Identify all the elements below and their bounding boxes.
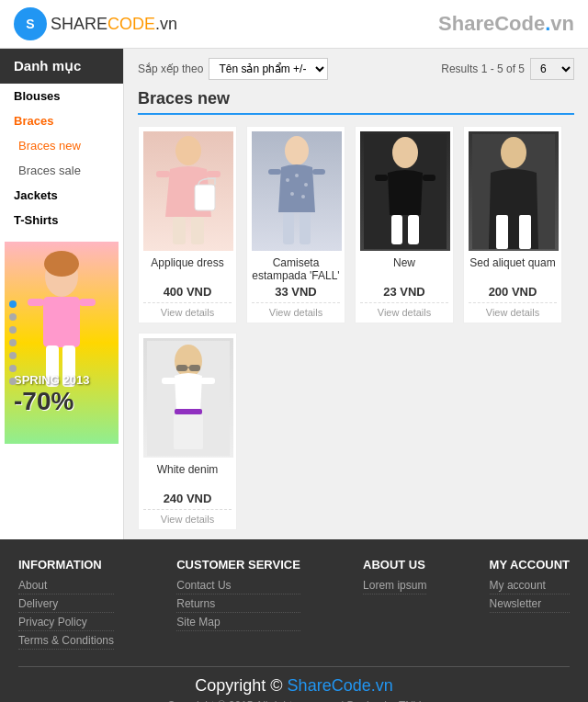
product-price: 33 VND [252, 285, 340, 299]
svg-rect-16 [283, 212, 294, 244]
svg-rect-25 [375, 175, 388, 181]
footer-col-title: INFORMATION [18, 558, 114, 572]
sort-label: Sắp xếp theo [138, 62, 203, 75]
svg-rect-12 [195, 185, 215, 210]
dot-7[interactable] [9, 378, 17, 385]
footer-col-title: ABOUT US [363, 558, 426, 572]
product-image [143, 338, 233, 458]
footer-copyright: Copyright © ShareCode.vn Copyright © 201… [18, 676, 570, 702]
svg-point-30 [501, 137, 526, 168]
svg-rect-14 [268, 169, 281, 175]
svg-rect-40 [175, 409, 202, 414]
product-card: White denim 240 VND View details [138, 333, 237, 530]
footer-link-privacy[interactable]: Privacy Policy [18, 616, 114, 631]
svg-point-24 [392, 137, 418, 168]
svg-rect-26 [423, 175, 435, 181]
svg-point-20 [304, 183, 308, 187]
sort-left: Sắp xếp theo Tên sản phẩm +/- Giá tăng d… [138, 58, 328, 80]
sidebar-item-tshirts[interactable]: T-Shirts [0, 208, 123, 232]
dot-5[interactable] [9, 352, 17, 359]
svg-rect-10 [173, 217, 186, 244]
view-details-link[interactable]: View details [360, 302, 448, 318]
svg-rect-11 [191, 217, 204, 244]
footer-link-lorem[interactable]: Lorem ipsum [363, 579, 426, 594]
discount-text: -70% [14, 387, 89, 416]
product-card: New 23 VND View details [355, 126, 454, 323]
svg-point-19 [295, 174, 299, 177]
product-card: Camiseta estampada 'FALL' 33 VND View de… [246, 126, 345, 323]
footer-divider [18, 666, 570, 667]
footer-link-terms[interactable]: Terms & Conditions [18, 634, 114, 650]
sidebar-banner: SPRING 2013 -70% [5, 242, 119, 444]
logo-text: SHARECODE.vn [51, 15, 177, 34]
sidebar-title: Danh mục [0, 49, 123, 84]
svg-rect-39 [200, 378, 215, 384]
copyright-main: Copyright © ShareCode.vn [18, 676, 570, 696]
content-area: Sắp xếp theo Tên sản phẩm +/- Giá tăng d… [124, 49, 588, 539]
footer-link-newsletter[interactable]: Newsletter [490, 597, 570, 613]
footer-col-account: MY ACCOUNT My account Newsletter [490, 558, 570, 652]
product-price: 400 VND [143, 285, 232, 299]
footer-link-about[interactable]: About [18, 579, 114, 594]
view-details-link[interactable]: View details [143, 509, 232, 525]
svg-point-7 [175, 136, 201, 165]
banner-dots [9, 300, 17, 385]
sort-bar: Sắp xếp theo Tên sản phẩm +/- Giá tăng d… [138, 58, 574, 80]
section-title: Braces new [138, 89, 574, 115]
footer-col-title: MY ACCOUNT [490, 558, 570, 572]
dot-4[interactable] [9, 339, 17, 346]
svg-rect-27 [391, 215, 402, 244]
dot-6[interactable] [9, 365, 17, 372]
footer-link-returns[interactable]: Returns [176, 597, 300, 613]
product-image [143, 131, 233, 251]
product-name: New [360, 256, 448, 282]
svg-rect-28 [408, 215, 419, 244]
footer-col-about: ABOUT US Lorem ipsum [363, 558, 426, 652]
sidebar: Danh mục Blouses Braces Braces new Brace… [0, 49, 124, 539]
svg-point-1 [44, 251, 79, 277]
main-container: Danh mục Blouses Braces Braces new Brace… [0, 49, 588, 539]
product-image [252, 131, 342, 251]
product-image [469, 131, 559, 251]
svg-rect-17 [300, 212, 311, 244]
per-page-select[interactable]: 6 12 24 [530, 58, 574, 80]
dot-3[interactable] [9, 326, 17, 334]
banner-text: SPRING 2013 -70% [14, 373, 89, 416]
product-price: 240 VND [143, 492, 232, 505]
sort-select[interactable]: Tên sản phẩm +/- Giá tăng dần Giá giảm d… [209, 58, 328, 80]
view-details-link[interactable]: View details [469, 302, 557, 318]
footer: INFORMATION About Delivery Privacy Polic… [0, 539, 588, 702]
product-card: Sed aliquet quam 200 VND View details [463, 126, 562, 323]
footer-link-myaccount[interactable]: My account [490, 579, 570, 594]
svg-rect-41 [174, 414, 203, 449]
svg-rect-3 [28, 299, 44, 306]
product-name: Camiseta estampada 'FALL' [252, 256, 340, 282]
sidebar-item-braces-new[interactable]: Braces new [0, 133, 123, 158]
view-details-link[interactable]: View details [252, 302, 340, 318]
dot-1[interactable] [9, 300, 17, 308]
footer-link-sitemap[interactable]: Site Map [176, 616, 300, 631]
view-details-link[interactable]: View details [143, 302, 232, 318]
footer-link-delivery[interactable]: Delivery [18, 597, 114, 613]
header: S SHARECODE.vn ShareCode.vn [0, 0, 588, 49]
logo-icon: S [14, 7, 47, 40]
svg-point-22 [301, 195, 305, 198]
product-image [360, 131, 450, 251]
svg-rect-38 [162, 378, 176, 384]
logo: S SHARECODE.vn [14, 7, 177, 40]
site-tagline: ShareCode.vn [438, 12, 574, 36]
svg-point-13 [285, 136, 309, 165]
sidebar-item-braces-sale[interactable]: Braces sale [0, 158, 123, 183]
sidebar-item-jackets[interactable]: Jackets [0, 183, 123, 208]
dot-2[interactable] [9, 313, 17, 321]
svg-point-18 [286, 178, 289, 182]
sort-right: Results 1 - 5 of 5 6 12 24 [441, 58, 574, 80]
product-name: Sed aliquet quam [469, 256, 557, 282]
footer-link-contact[interactable]: Contact Us [176, 579, 300, 594]
footer-col-title: CUSTOMER SERVICE [176, 558, 300, 572]
sidebar-item-blouses[interactable]: Blouses [0, 84, 123, 108]
results-text: Results 1 - 5 of 5 [441, 62, 525, 75]
product-price: 200 VND [469, 285, 557, 299]
sidebar-item-braces[interactable]: Braces [0, 108, 123, 133]
svg-rect-9 [207, 171, 220, 177]
